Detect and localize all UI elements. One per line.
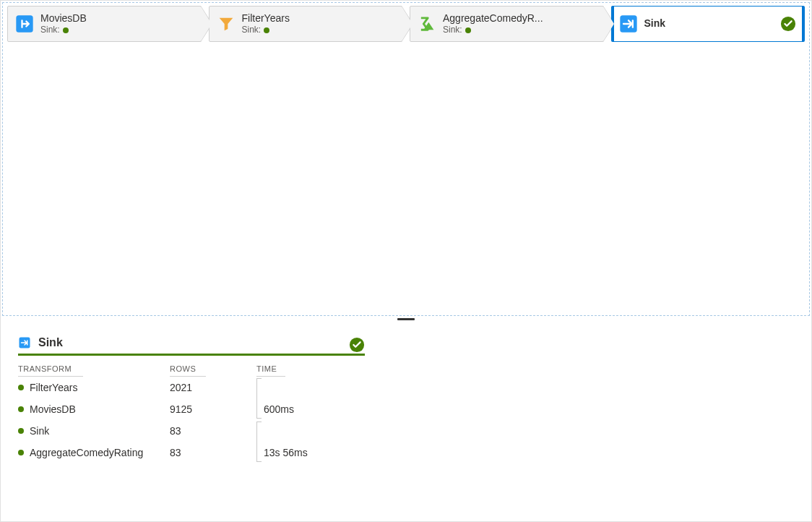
details-title: Sink	[38, 336, 63, 349]
status-dot-icon	[264, 27, 269, 33]
col-header-time: TIME	[256, 360, 285, 377]
node-filteryears[interactable]: FilterYears Sink:	[209, 6, 403, 42]
transform-name: AggregateComedyRating	[30, 447, 143, 458]
transform-name: Sink	[30, 425, 49, 437]
pipeline: MoviesDB Sink: FilterYears Sink:	[7, 6, 805, 42]
node-sink[interactable]: Sink	[611, 6, 805, 42]
status-dot-icon	[63, 27, 69, 33]
status-dot-icon	[465, 27, 471, 33]
stats-table: TRANSFORM ROWS TIME FilterYears 2021 Mov…	[18, 360, 365, 463]
row-count: 2021	[170, 382, 256, 393]
status-dot-icon	[18, 385, 24, 390]
details-panel: Sink TRANSFORM ROWS TIME FilterYears 202…	[1, 320, 811, 521]
sink-icon	[618, 14, 639, 34]
timing-group: FilterYears 2021 MoviesDB 9125 600ms	[18, 377, 365, 420]
table-row: FilterYears 2021	[18, 377, 365, 398]
col-header-transform: TRANSFORM	[18, 360, 83, 377]
node-title: FilterYears	[242, 12, 290, 25]
group-time: 13s 56ms	[256, 447, 365, 458]
col-header-rows: ROWS	[170, 360, 206, 377]
timing-group: Sink 83 AggregateComedyRating 83 13s 56m…	[18, 420, 365, 463]
group-time: 600ms	[256, 403, 365, 415]
node-aggregate[interactable]: AggregateComedyR... Sink:	[410, 6, 604, 42]
success-icon	[780, 16, 796, 32]
filter-icon	[216, 14, 236, 34]
node-title: AggregateComedyR...	[443, 12, 543, 25]
node-status: Sink:	[40, 25, 87, 35]
row-count: 83	[170, 447, 256, 458]
status-dot-icon	[18, 428, 24, 434]
status-dot-icon	[18, 450, 24, 455]
row-count: 83	[170, 425, 256, 437]
source-icon	[14, 14, 35, 34]
table-row: Sink 83	[18, 420, 365, 442]
transform-name: FilterYears	[30, 382, 77, 393]
status-dot-icon	[18, 406, 24, 412]
node-status: Sink:	[443, 25, 543, 35]
node-title: MoviesDB	[40, 12, 87, 25]
aggregate-icon	[417, 14, 437, 34]
table-row: MoviesDB 9125 600ms	[18, 398, 365, 420]
details-header: Sink	[18, 336, 365, 356]
node-status: Sink:	[242, 25, 290, 35]
dataflow-canvas[interactable]: MoviesDB Sink: FilterYears Sink:	[2, 2, 810, 316]
node-moviesdb[interactable]: MoviesDB Sink:	[7, 6, 202, 42]
row-count: 9125	[170, 403, 256, 415]
transform-name: MoviesDB	[30, 403, 76, 415]
table-row: AggregateComedyRating 83 13s 56ms	[18, 442, 365, 463]
node-title: Sink	[644, 17, 666, 30]
sink-icon	[18, 336, 31, 349]
success-icon	[349, 337, 365, 353]
